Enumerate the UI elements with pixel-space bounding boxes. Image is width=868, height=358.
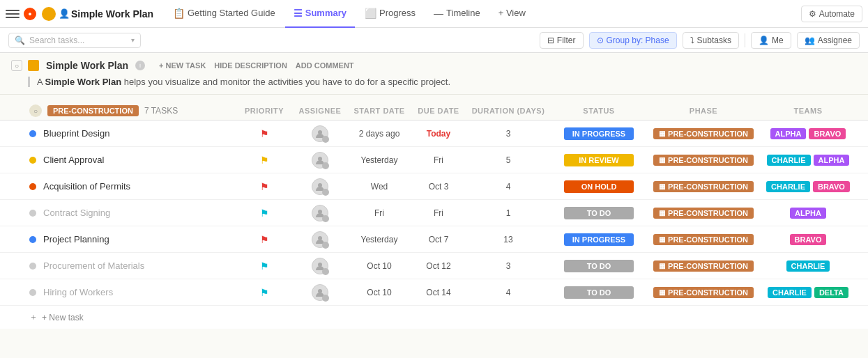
filter-icon: ⊟ — [547, 36, 554, 45]
task-row[interactable]: Project Planning ⚑ Yesterday Oct 7 13 IN… — [0, 226, 868, 253]
task-name: Client Approval — [43, 155, 236, 165]
toolbar: 🔍 Search tasks... ▾ ⊟ Filter ⊙ Group by:… — [0, 28, 868, 53]
assignee-icon: 👥 — [805, 36, 815, 45]
flag-icon: ⚑ — [260, 287, 269, 298]
main-content: ○ Simple Work Plan i + NEW TASK HIDE DES… — [0, 53, 868, 358]
project-info-icon[interactable]: i — [135, 61, 145, 70]
task-name: Blueprint Design — [43, 128, 236, 139]
team-badge-delta: DELTA — [814, 287, 848, 298]
notification-bell[interactable]: ● — [24, 8, 36, 20]
task-start-date: 2 days ago — [348, 129, 411, 139]
avatar-gear-icon — [322, 162, 329, 169]
hamburger-menu[interactable] — [6, 7, 20, 21]
task-name: Acquisition of Permits — [43, 181, 236, 192]
new-task-icon: ＋ — [29, 311, 38, 323]
hide-description-action[interactable]: HIDE DESCRIPTION — [214, 61, 287, 70]
task-due-date: Oct 14 — [411, 288, 466, 297]
section-collapse-button[interactable]: ○ — [29, 104, 42, 117]
column-headers: ○ PRE-CONSTRUCTION 7 TASKS PRIORITY ASSI… — [0, 102, 868, 120]
task-assignee — [292, 284, 348, 301]
team-badge-alpha: ALPHA — [814, 155, 850, 166]
task-start-date: Oct 10 — [348, 288, 411, 297]
assignee-button[interactable]: 👥 Assignee — [797, 32, 860, 49]
tab-summary[interactable]: ☰ Summary — [285, 0, 355, 28]
search-box[interactable]: 🔍 Search tasks... ▾ — [8, 33, 141, 48]
task-teams: BRAVO — [759, 234, 857, 245]
avatar — [312, 125, 328, 142]
automate-button[interactable]: ⚙ Automate — [801, 6, 862, 22]
col-header-duration: DURATION (DAYS) — [466, 107, 550, 115]
flag-icon: ⚑ — [260, 208, 269, 219]
status-badge: TO DO — [564, 260, 634, 272]
phase-icon: ▦ — [659, 209, 665, 217]
task-assignee — [292, 152, 348, 169]
timeline-icon: — — [434, 8, 443, 19]
task-row[interactable]: Client Approval ⚑ Yesterday Fri 5 IN REV… — [0, 147, 868, 173]
task-due-date: Oct 12 — [411, 261, 466, 271]
add-comment-action[interactable]: ADD COMMENT — [296, 61, 354, 70]
section-task-count: 7 TASKS — [144, 106, 178, 116]
me-button[interactable]: 👤 Me — [751, 32, 791, 49]
task-phase: ▦PRE-CONSTRUCTION — [648, 234, 759, 245]
avatar-gear-icon — [322, 268, 329, 275]
automate-icon: ⚙ — [809, 9, 816, 19]
tab-view-add[interactable]: + View — [490, 0, 534, 28]
col-header-assignee: ASSIGNEE — [292, 107, 348, 115]
group-by-button[interactable]: ⊙ Group by: Phase — [589, 32, 677, 49]
task-duration: 3 — [466, 129, 550, 139]
task-assignee — [292, 231, 348, 248]
team-badge-alpha: ALPHA — [770, 128, 807, 139]
subtasks-icon: ⤵ — [690, 36, 694, 45]
task-row[interactable]: Acquisition of Permits ⚑ Wed Oct 3 4 ON … — [0, 173, 868, 200]
task-duration: 13 — [466, 235, 550, 244]
project-name: Simple Work Plan — [46, 60, 128, 71]
team-badge-charlie: CHARLIE — [766, 181, 810, 192]
summary-icon: ☰ — [294, 8, 303, 19]
filter-button[interactable]: ⊟ Filter — [540, 32, 584, 49]
task-due-date: Today — [411, 129, 466, 139]
task-row[interactable]: Procurement of Materials ⚑ Oct 10 Oct 12… — [0, 253, 868, 279]
new-task-button[interactable]: ＋ + New task — [0, 306, 868, 329]
task-row[interactable]: Contract Signing ⚑ Fri Fri 1 TO DO ▦PRE-… — [0, 200, 868, 226]
project-expand-button[interactable]: ○ — [11, 60, 22, 71]
new-task-action[interactable]: + NEW TASK — [159, 61, 206, 70]
task-priority: ⚑ — [236, 181, 292, 192]
task-priority: ⚑ — [236, 287, 292, 298]
avatar — [312, 284, 328, 301]
task-due-date: Oct 3 — [411, 182, 466, 192]
task-name: Contract Signing — [43, 208, 236, 218]
subtasks-button[interactable]: ⤵ Subtasks — [683, 32, 739, 49]
tab-progress[interactable]: ⬜ Progress — [356, 0, 424, 28]
col-header-status: STATUS — [550, 107, 648, 115]
task-bullet — [29, 183, 36, 190]
project-type-icon — [28, 60, 39, 71]
avatar-gear-icon — [322, 242, 329, 249]
new-task-label: + New task — [42, 313, 84, 322]
task-duration: 4 — [466, 182, 550, 192]
phase-icon: ▦ — [659, 182, 665, 190]
tab-timeline[interactable]: — Timeline — [425, 0, 489, 28]
phase-icon: ▦ — [659, 130, 665, 137]
progress-icon: ⬜ — [365, 8, 376, 19]
task-status: ON HOLD — [550, 180, 648, 193]
flag-icon: ⚑ — [260, 128, 269, 139]
task-status: IN PROGRESS — [550, 127, 648, 140]
phase-icon: ▦ — [659, 262, 665, 270]
section-label: PRE-CONSTRUCTION — [47, 105, 139, 116]
avatar-gear-icon — [322, 136, 329, 143]
flag-icon: ⚑ — [260, 155, 269, 166]
task-row[interactable]: Blueprint Design ⚑ 2 days ago Today 3 IN… — [0, 120, 868, 147]
task-priority: ⚑ — [236, 234, 292, 245]
nav-tabs: 📋 Getting Started Guide ☰ Summary ⬜ Prog… — [165, 0, 801, 28]
task-phase: ▦PRE-CONSTRUCTION — [648, 128, 759, 139]
avatar — [312, 231, 328, 248]
person-icon: 👤 — [59, 8, 70, 19]
getting-started-icon: 📋 — [173, 8, 185, 19]
tab-getting-started[interactable]: 📋 Getting Started Guide — [165, 0, 284, 28]
task-start-date: Yesterday — [348, 235, 411, 244]
phase-badge: ▦PRE-CONSTRUCTION — [653, 155, 754, 166]
task-row[interactable]: Hiring of Workers ⚑ Oct 10 Oct 14 4 TO D… — [0, 279, 868, 306]
task-priority: ⚑ — [236, 208, 292, 219]
project-description: A Simple Work Plan helps you visualize a… — [28, 77, 857, 87]
phase-icon: ▦ — [659, 288, 665, 296]
